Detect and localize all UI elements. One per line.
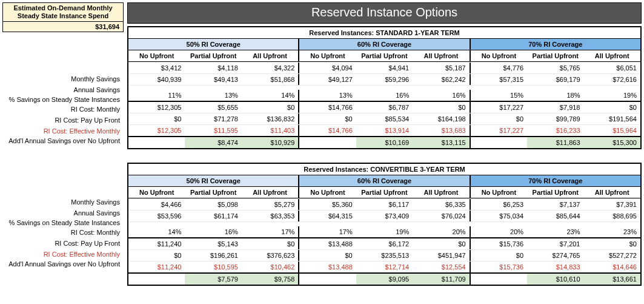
cell: 16%	[413, 90, 469, 101]
cell: $10,929	[242, 137, 298, 148]
data-row-rie: $12,305$11,595$11,403$14,766$13,914$13,6…	[128, 124, 640, 136]
cell: $85,644	[527, 211, 583, 221]
data-row-rim: $12,305$5,655$0$14,766$6,787$0$17,227$7,…	[128, 101, 640, 113]
cell: $12,305	[128, 125, 185, 136]
cell: $5,279	[242, 199, 298, 210]
cell: $73,409	[356, 211, 413, 221]
cell: $17,227	[470, 125, 527, 136]
subheader-pu: Partial Upfront	[185, 50, 241, 62]
row-labels-conv: Monthly Savings Annual Savings % Savings…	[2, 157, 124, 268]
subheader-au: All Upfront	[413, 187, 469, 198]
section-header-std: Reserved Instances: STANDARD 1-YEAR TERM	[128, 27, 640, 39]
cell: 13%	[298, 90, 356, 101]
subheader-nu: No Upfront	[128, 50, 185, 62]
cell: $10,462	[242, 262, 298, 272]
cov-60: 60% RI Coverage	[298, 175, 469, 187]
label-rip: RI Cost: Pay Up Front	[2, 115, 124, 126]
cell: $5,143	[185, 238, 241, 249]
cell: $0	[128, 250, 185, 261]
cell: $8,474	[185, 137, 241, 148]
data-row-pct: 14%16%17%17%19%20%20%23%23%	[128, 221, 640, 237]
data-row-ms: $4,466$5,098$5,279$5,360$6,117$6,335$6,2…	[128, 198, 640, 210]
cell: $4,094	[298, 62, 356, 73]
subheader-pu: Partial Upfront	[185, 187, 241, 198]
label-rip2: RI Cost: Pay Up Front	[2, 238, 124, 249]
section-standard: Reserved Instances: STANDARD 1-YEAR TERM…	[127, 26, 642, 149]
cell: $9,758	[242, 274, 298, 285]
subheader-au: All Upfront	[242, 187, 298, 198]
label-rie2: RI Cost: Effective Monthly	[2, 249, 124, 260]
cell: $10,169	[356, 137, 413, 148]
cell: 16%	[356, 90, 413, 101]
cell: 17%	[298, 226, 356, 237]
cov-70: 70% RI Coverage	[470, 39, 640, 50]
label-addl2: Add'l Annual Savings over No Upfront	[2, 260, 124, 268]
cell: $14,646	[584, 262, 640, 272]
cell: $5,098	[185, 199, 241, 210]
cell: $61,174	[185, 211, 241, 221]
cell: $4,941	[356, 62, 413, 73]
cell: $5,360	[298, 199, 356, 210]
cell: $10,610	[527, 274, 583, 285]
cell: $5,187	[413, 62, 469, 73]
subheader-pu: Partial Upfront	[527, 50, 583, 62]
label-as2: Annual Savings	[2, 208, 124, 218]
label-pct: % Savings on Steady State Instances	[2, 95, 124, 104]
cell: 14%	[242, 90, 298, 101]
cell: $9,095	[356, 274, 413, 285]
cell: $0	[470, 250, 527, 261]
label-rim2: RI Cost: Monthly	[2, 227, 124, 238]
data-row-ms: $3,412$4,118$4,322$4,094$4,941$5,187$4,7…	[128, 62, 640, 73]
page: Estimated On-Demand Monthly Steady State…	[0, 0, 644, 288]
data-row-as: $40,939$49,413$51,868$49,127$59,296$62,2…	[128, 73, 640, 85]
cell: 17%	[242, 226, 298, 237]
cell: $0	[413, 238, 469, 249]
data-row-rip: $0$71,278$136,832$0$85,534$164,198$0$99,…	[128, 113, 640, 124]
subheader-nu: No Upfront	[128, 187, 185, 198]
cell: $13,115	[413, 137, 469, 148]
cell: $11,240	[128, 238, 185, 249]
label-rim: RI Cost: Monthly	[2, 104, 124, 115]
subheader-pu: Partial Upfront	[356, 187, 413, 198]
subheader-pu: Partial Upfront	[527, 187, 583, 198]
cell: $136,832	[242, 113, 298, 124]
cell: $7,137	[527, 199, 583, 210]
cell: $17,227	[470, 102, 527, 113]
cell: $69,179	[527, 74, 583, 85]
cell: $6,051	[584, 62, 640, 73]
data-row-addl: $7,579$9,758$9,095$11,709$10,610$13,661	[128, 272, 640, 285]
cell: $57,315	[470, 74, 527, 85]
cell: $0	[242, 238, 298, 249]
cell: $7,918	[527, 102, 583, 113]
cell: $15,736	[470, 238, 527, 249]
cell: $14,766	[298, 125, 356, 136]
label-ms2: Monthly Savings	[2, 197, 124, 208]
cell: $7,391	[584, 199, 640, 210]
cell: $274,765	[527, 250, 583, 261]
data-row-rip: $0$196,261$376,623$0$235,513$451,947$0$2…	[128, 249, 640, 261]
cell	[298, 137, 356, 148]
cell: 23%	[584, 226, 640, 237]
subheader-au: All Upfront	[242, 50, 298, 62]
cell: $0	[298, 250, 356, 261]
cell: $13,683	[413, 125, 469, 136]
cell: $235,513	[356, 250, 413, 261]
cell: $196,261	[185, 250, 241, 261]
cell: $53,596	[128, 211, 185, 221]
data-row-rie: $11,240$10,595$10,462$13,488$12,714$12,5…	[128, 261, 640, 272]
cell: $0	[242, 102, 298, 113]
cell: $59,296	[356, 74, 413, 85]
cell: 19%	[584, 90, 640, 101]
cell	[470, 274, 527, 285]
cell: $6,335	[413, 199, 469, 210]
cell: $164,198	[413, 113, 469, 124]
cell: $13,488	[298, 262, 356, 272]
subheader-row: No UpfrontPartial UpfrontAll UpfrontNo U…	[128, 50, 640, 62]
cell	[470, 137, 527, 148]
data-row-pct: 11%13%14%13%16%16%15%18%19%	[128, 85, 640, 101]
estimate-value: $31,694	[2, 22, 124, 32]
data-row-rim: $11,240$5,143$0$13,488$6,172$0$15,736$7,…	[128, 237, 640, 249]
row-labels-std: Monthly Savings Annual Savings % Savings…	[2, 32, 124, 145]
cell: $5,655	[185, 102, 241, 113]
cell: 23%	[527, 226, 583, 237]
